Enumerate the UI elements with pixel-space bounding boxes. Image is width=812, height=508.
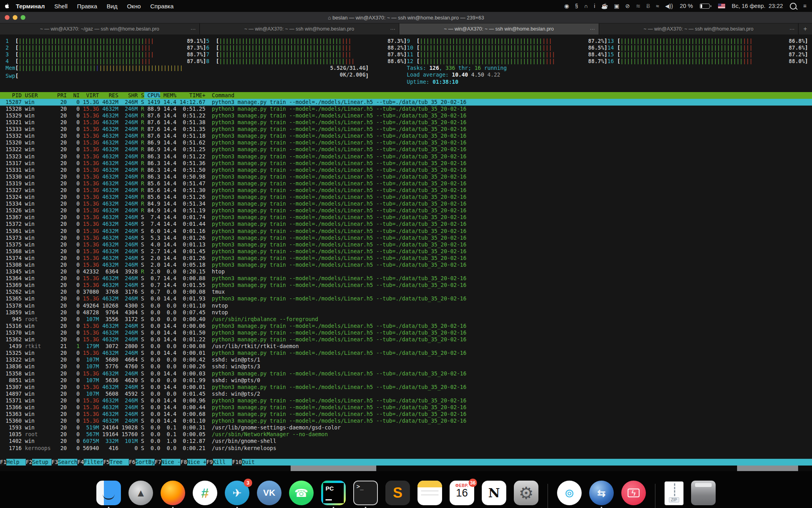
coffee-charge-icon[interactable]: ☕ — [601, 3, 608, 9]
process-row-8851[interactable]: 8851 win 20 0 107M 5636 4620 S 0.0 0.0 0… — [0, 377, 812, 384]
fkey-f3[interactable]: F3 — [52, 459, 58, 466]
menu-app-name[interactable]: Терминал — [13, 3, 50, 10]
process-row-1035[interactable]: 1035 root 20 0 567M 19164 15760 S 0.0 0.… — [0, 431, 812, 438]
process-row-13859[interactable]: 13859 win 20 0 48728 9764 4304 S 0.0 0.0… — [0, 309, 812, 316]
menu-bar-clock[interactable]: Вс, 16 февр. 23:22 — [732, 3, 783, 9]
process-row-15371[interactable]: 15371 win 20 0 15.3G 4632M 246M S 0.0 14… — [0, 397, 812, 404]
process-row-15378[interactable]: 15378 win 20 0 49264 10268 4300 S 0.0 0.… — [0, 302, 812, 309]
dock-item-whatsapp[interactable]: ☎ — [289, 481, 314, 508]
process-row-15308[interactable]: 15308 win 20 0 15.3G 4632M 246M S 2.0 14… — [0, 262, 812, 268]
volume-icon[interactable]: ◀)) — [665, 3, 673, 9]
tab-options-icon[interactable]: ⋯ — [789, 26, 795, 32]
process-row-15326[interactable]: 15326 win 20 0 15.3G 4632M 246M R 84.9 1… — [0, 207, 812, 214]
menu-shell[interactable]: Shell — [50, 3, 72, 10]
fkey-f2[interactable]: F2 — [26, 459, 32, 466]
process-row-1402[interactable]: 1402 win 20 0 6075M 332M 101M S 0.0 1.0 … — [0, 438, 812, 444]
terminal-tab-1[interactable]: ~ — win@AX370: ~/gaz — ssh win@home.besl… — [0, 23, 200, 35]
gear-shift-icon[interactable]: § — [575, 3, 578, 9]
circle-alert-icon[interactable]: ◉ — [564, 3, 569, 9]
process-row-15367[interactable]: 15367 win 20 0 15.3G 4632M 246M S 7.4 14… — [0, 214, 812, 221]
process-row-15368[interactable]: 15368 win 20 0 15.3G 4632M 246M S 2.7 14… — [0, 248, 812, 255]
dock-item-sync-globe-app[interactable]: ⇆ — [589, 481, 614, 508]
bluetooth-icon[interactable]: Ƀ — [646, 3, 650, 9]
terminal-tab-2[interactable]: ~ — win@AX370: ~ — ssh win@home.beslan.p… — [200, 23, 400, 35]
process-row-1593[interactable]: 1593 win 20 0 519M 24164 19028 S 0.0 0.1… — [0, 424, 812, 431]
process-row-945[interactable]: 945 root 20 0 107M 3556 3172 S 0.0 0.0 0… — [0, 316, 812, 323]
fkey-f7[interactable]: F7 — [155, 459, 161, 466]
menu-справка[interactable]: Справка — [146, 3, 178, 10]
spotlight-search-icon[interactable] — [790, 3, 797, 10]
terminal-tab-4[interactable]: ~ — win@AX370: ~ — ssh win@home.beslan.p… — [599, 23, 799, 35]
fkey-f5[interactable]: F5 — [103, 459, 109, 466]
new-tab-button[interactable]: + — [799, 23, 812, 35]
fkey-f4[interactable]: F4 — [77, 459, 84, 466]
process-row-15317[interactable]: 15317 win 20 0 15.3G 4632M 246M R 86.3 1… — [0, 160, 812, 167]
process-row-15361[interactable]: 15361 win 20 0 15.3G 4632M 246M S 6.0 14… — [0, 228, 812, 235]
magnet-icon[interactable]: ∩ — [584, 3, 588, 9]
fkey-label-nice-+[interactable]: Nice + — [187, 459, 207, 466]
fkey-label-setup[interactable]: Setup — [32, 459, 52, 466]
process-row-13345[interactable]: 13345 win 20 0 42332 6364 3928 R 2.0 0.0… — [0, 268, 812, 275]
dock-item-notion[interactable]: N — [482, 481, 506, 508]
process-row-15287[interactable]: 15287 win 20 0 15.3G 4632M 246M S 1419 1… — [0, 99, 812, 106]
dock-item-slack[interactable]: # — [193, 481, 217, 508]
shortcuts-icon[interactable]: ▣ — [614, 3, 619, 9]
process-row-15372[interactable]: 15372 win 20 0 15.3G 4632M 246M S 7.4 14… — [0, 221, 812, 227]
process-row-15334[interactable]: 15334 win 20 0 15.3G 4632M 246M R 84.9 1… — [0, 200, 812, 207]
dock-item-remote-wifi-app[interactable]: ⊚ — [557, 481, 582, 508]
fkey-label-tree[interactable]: Tree — [109, 459, 129, 466]
dock-item-launchpad[interactable]: ▲ — [128, 481, 153, 508]
dock-item-vk[interactable]: VK — [257, 481, 282, 508]
dock-item-system-preferences[interactable]: ⚙ — [514, 481, 538, 508]
zoom-window-button[interactable] — [21, 15, 25, 20]
control-center-icon[interactable]: ≡ — [803, 3, 806, 9]
menu-вид[interactable]: Вид — [102, 3, 122, 10]
process-row-15319[interactable]: 15319 win 20 0 15.3G 4632M 246M R 85.6 1… — [0, 180, 812, 187]
fkey-label-help[interactable]: Help — [6, 459, 26, 466]
process-row-15324[interactable]: 15324 win 20 0 15.3G 4632M 246M R 85.6 1… — [0, 194, 812, 200]
dock-item-finder[interactable] — [96, 481, 121, 508]
fkey-f1[interactable]: F1 — [0, 459, 6, 466]
close-window-button[interactable] — [5, 15, 10, 20]
process-row-15370[interactable]: 15370 win 20 0 15.3G 4632M 246M S 0.0 14… — [0, 329, 812, 336]
process-row-15322[interactable]: 15322 win 20 0 15.3G 4632M 246M R 86.9 1… — [0, 146, 812, 153]
process-row-15327[interactable]: 15327 win 20 0 15.3G 4632M 246M R 85.6 1… — [0, 187, 812, 194]
process-row-15374[interactable]: 15374 win 20 0 15.3G 4632M 246M S 2.0 14… — [0, 255, 812, 262]
apple-menu-icon[interactable] — [0, 2, 13, 10]
fkey-label-kill[interactable]: Kill — [213, 459, 232, 466]
process-row-15358[interactable]: 15358 win 20 0 15.3G 4632M 246M S 0.0 14… — [0, 370, 812, 377]
process-row-13322[interactable]: 13322 win 20 0 107M 5680 4664 S 0.0 0.0 … — [0, 356, 812, 363]
tab-options-icon[interactable]: ⋯ — [191, 26, 196, 32]
dock-item-sublime-text[interactable]: S — [385, 481, 410, 508]
dock-item-trash[interactable] — [691, 481, 716, 508]
process-row-15375[interactable]: 15375 win 20 0 15.3G 4632M 246M S 4.0 14… — [0, 241, 812, 248]
process-row-15307[interactable]: 15307 win 20 0 15.3G 4632M 246M S 0.0 14… — [0, 384, 812, 391]
fkey-label-nice--[interactable]: Nice - — [161, 459, 181, 466]
dock-item-terminal[interactable]: >_ — [353, 481, 378, 508]
fkey-f6[interactable]: F6 — [129, 459, 135, 466]
fkey-label-search[interactable]: Search — [58, 459, 77, 466]
process-row-15364[interactable]: 15364 win 20 0 15.3G 4632M 246M S 0.7 14… — [0, 275, 812, 282]
process-row-15321[interactable]: 15321 win 20 0 15.3G 4632M 246M R 87.6 1… — [0, 119, 812, 126]
dock-item-calendar[interactable]: ФЕВР.1636 — [450, 481, 474, 508]
process-row-15328[interactable]: 15328 win 20 0 15.3G 4632M 246M R 88.9 1… — [0, 106, 812, 112]
fkey-label-filter[interactable]: Filter — [84, 459, 103, 466]
terminal-tab-3[interactable]: ~ — win@AX370: ~ — ssh win@home.beslan.p… — [399, 23, 599, 35]
wireless-signal-icon[interactable]: ≋ — [636, 3, 641, 9]
battery-icon[interactable] — [700, 4, 711, 9]
fkey-label-sortby[interactable]: SortBy — [136, 459, 155, 466]
process-row-15362[interactable]: 15362 win 20 0 15.3G 4632M 246M S 0.0 14… — [0, 336, 812, 343]
process-row-15333[interactable]: 15333 win 20 0 15.3G 4632M 246M R 87.6 1… — [0, 126, 812, 133]
fkey-f9[interactable]: F9 — [206, 459, 213, 466]
process-table-header[interactable]: PID USER PRI NI VIRT RES SHR S CPU% MEM%… — [0, 92, 812, 99]
process-row-15330[interactable]: 15330 win 20 0 15.3G 4632M 246M R 86.3 1… — [0, 173, 812, 180]
fkey-label-quit[interactable]: Quit — [242, 459, 255, 466]
process-row-15369[interactable]: 15369 win 20 0 15.3G 4632M 246M S 0.7 14… — [0, 282, 812, 289]
process-row-1716[interactable]: 1716 kernoops 20 0 56940 416 0 S 0.0 0.0… — [0, 445, 812, 452]
process-row-15332[interactable]: 15332 win 20 0 15.3G 4632M 246M R 87.6 1… — [0, 133, 812, 139]
process-row-15366[interactable]: 15366 win 20 0 15.3G 4632M 246M S 0.0 14… — [0, 404, 812, 411]
process-row-15365[interactable]: 15365 win 20 0 15.3G 4632M 246M S 0.0 14… — [0, 295, 812, 302]
process-row-15325[interactable]: 15325 win 20 0 15.3G 4632M 246M S 0.0 14… — [0, 350, 812, 356]
do-not-disturb-icon[interactable]: ⊘ — [625, 3, 630, 9]
info-icon[interactable]: i — [594, 3, 595, 9]
